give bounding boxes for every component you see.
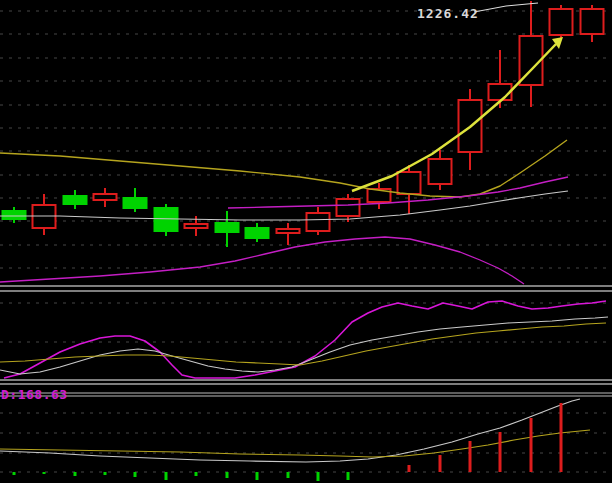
stochastic-indicator-panel[interactable] — [0, 292, 612, 378]
macd-value-label: D:168.63 — [1, 387, 68, 402]
price-high-label: 1226.42 — [417, 6, 479, 21]
chart-canvas: 1226.42 D:168.63 — [0, 0, 612, 483]
trading-chart-window: 1226.42 D:168.63 — [0, 0, 612, 483]
macd-indicator-panel[interactable] — [0, 400, 612, 483]
